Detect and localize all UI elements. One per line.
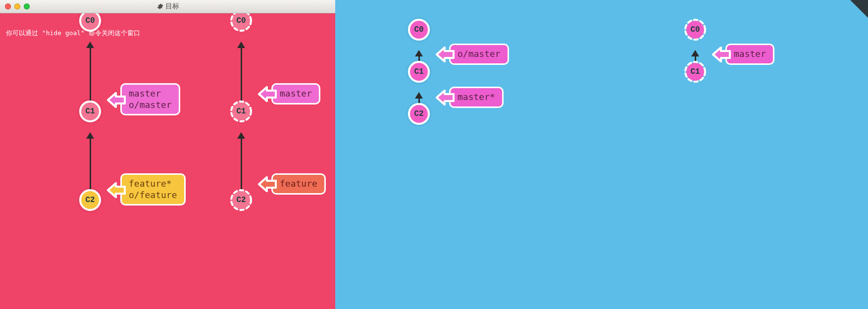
goal-window-titlebar[interactable]: 目标 — [0, 0, 335, 13]
branch-ref[interactable]: mastero/master — [107, 83, 180, 115]
branch-ref-box: master* — [449, 87, 504, 108]
commit-node-c1[interactable]: C1 — [408, 61, 430, 83]
branch-ref[interactable]: feature*o/feature — [107, 173, 186, 206]
commit-node-c0[interactable]: C0 — [408, 19, 430, 41]
commit-node-c1[interactable]: C1 — [230, 101, 252, 122]
corner-fold-icon[interactable] — [850, 0, 868, 18]
ref-arrow-icon — [258, 178, 273, 189]
branch-ref-line: master* — [458, 92, 495, 103]
ref-arrow-icon — [436, 49, 451, 59]
branch-ref-box: mastero/master — [120, 83, 180, 115]
goal-window-title: 目标 — [0, 2, 335, 11]
work-pane — [335, 0, 868, 309]
workspace: 目标 你可以通过 "hide goal" 命令关闭这个窗口 C0C1C2 mas… — [0, 0, 868, 309]
branch-ref-line: master — [280, 88, 312, 100]
commit-node-c2[interactable]: C2 — [230, 189, 252, 211]
branch-ref[interactable]: o/master — [436, 44, 509, 65]
branch-ref-line: master — [129, 88, 172, 100]
branch-ref-box: o/master — [449, 44, 509, 65]
branch-ref-line: o/master — [129, 100, 172, 111]
branch-ref[interactable]: master* — [436, 87, 504, 108]
branch-ref-box: master — [271, 83, 320, 104]
commit-node-c2[interactable]: C2 — [79, 189, 101, 211]
goal-window-title-text: 目标 — [165, 2, 179, 11]
ref-arrow-icon — [107, 184, 122, 195]
commit-node-c0[interactable]: C0 — [684, 19, 706, 41]
branch-ref[interactable]: feature — [258, 173, 326, 195]
branch-ref-box: master — [725, 44, 774, 65]
commit-node-c1[interactable]: C1 — [684, 61, 706, 83]
branch-ref[interactable]: master — [258, 83, 320, 104]
branch-ref-line: o/master — [458, 49, 501, 60]
branch-ref[interactable]: master — [712, 44, 774, 65]
ref-arrow-icon — [436, 92, 451, 103]
branch-ref-line: master — [734, 49, 766, 60]
branch-ref-box: feature — [271, 173, 326, 195]
ref-arrow-icon — [107, 94, 122, 105]
branch-ref-line: feature — [280, 178, 317, 190]
branch-ref-box: feature*o/feature — [120, 173, 186, 206]
commit-node-c1[interactable]: C1 — [79, 101, 101, 122]
hide-goal-hint: 你可以通过 "hide goal" 命令关闭这个窗口 — [6, 29, 140, 38]
gear-icon — [156, 3, 163, 10]
ref-arrow-icon — [712, 49, 727, 59]
goal-pane: 目标 你可以通过 "hide goal" 命令关闭这个窗口 — [0, 0, 335, 309]
branch-ref-line: feature* — [129, 178, 177, 190]
ref-arrow-icon — [258, 88, 273, 99]
branch-ref-line: o/feature — [129, 190, 177, 201]
commit-node-c2[interactable]: C2 — [408, 103, 430, 125]
